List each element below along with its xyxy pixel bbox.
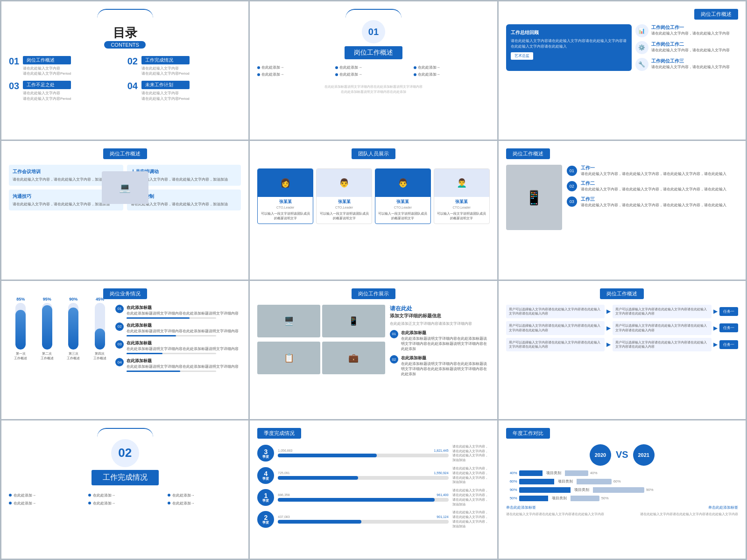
photo-grid-8: 🖥️ 📱 📋 💼 (257, 305, 385, 377)
rli-3: 03 在此添加标题在此处添加标题说明文字详细内容在此处添加标题说明文字详细内容 (115, 340, 241, 354)
slide-bar-4: 岗位工作概述 (103, 148, 147, 159)
desc-right: 请在此处输入文字内容请在此处输入文字内容请在此处输入文字内容 (634, 512, 738, 517)
work-icon-1: 📊 (635, 24, 648, 37)
quarter-circle-4: 4 季度 (257, 467, 274, 484)
check-4: 在此处添加→ (257, 72, 333, 77)
check-10-1: 在此处添加→ (9, 493, 83, 498)
menu-num-4: 04 (127, 81, 139, 91)
compare-row-2: 60% 项目类别 60% (506, 479, 738, 484)
flow-row-2: 用户可以选择输入文字内容请在此处输入文字内容请在此处输入文字内容请在此处输入内容… (506, 321, 738, 335)
four-box: 工作会议培训 请在此处输入文字内容，请在此处输入文字内容，加油加油 人员安排调动… (9, 165, 241, 210)
team-card-3: 👨 张某某 CTO,Leader 可以输入一段文字说明该团队成员的概要说明文字 (375, 168, 431, 224)
slide-job-overview-center: 01 岗位工作概述 在此处添加→ 在此处添加→ 在此处添加→ 在此处添加→ 在此… (250, 1, 497, 140)
flow-label-2: 任务一 (719, 323, 738, 332)
note-left[interactable]: 单击此处添加标签 (506, 505, 536, 510)
flow-label-1: 任务一 (719, 307, 738, 316)
work-icon-2: ⚙️ (635, 41, 648, 54)
note-right[interactable]: 单击此处添加标签 (708, 505, 738, 510)
check-5: 在此处添加→ (335, 72, 411, 77)
slide-bar-9: 岗位工作概述 (600, 288, 644, 299)
menu-item-1: 01 岗位工作概述 请在此处输入文字内容请在此处输入文字内容Period (9, 56, 123, 76)
menu-label-4: 未来工作计划 (141, 81, 190, 89)
slide-bar-12: 年度工作对比 (506, 428, 550, 439)
work-icon-3: 🔧 (635, 58, 648, 71)
photo-3: 📋 (257, 342, 320, 374)
slide-business-status: 岗位业务情况 85% 第一次工作概述 95% 第二次工作概述 90% (1, 281, 248, 419)
check-10-4: 在此处添加→ (9, 501, 83, 506)
menu-desc-4: 请在此处输入文字内容请在此处输入文字内容Period (141, 91, 190, 101)
quarter-circle-2: 2 季度 (257, 511, 274, 528)
menu-desc-1: 请在此处输入文字内容请在此处输入文字内容Period (23, 66, 71, 76)
slide-work-completion: 02 工作完成情况 在此处添加→ 在此处添加→ 在此处添加→ 在此处添加→ 在此… (1, 420, 248, 559)
blue-summary-card: 工作总结回顾 请在此处输入文字内容请在此处输入文字内容请在此处输入文字内容请在此… (506, 24, 632, 71)
team-photo-2: 👨 (317, 169, 372, 197)
compare-label-1: 项目类别 (544, 470, 563, 476)
right-item-list: 01 在此添加标题在此处添加标题说明文字详细内容在此处添加标题说明文字详细内容 … (115, 305, 241, 372)
card-title: 工作总结回顾 (511, 29, 627, 36)
flow-box-left-1: 用户可以选择输入文字内容请在此处输入文字内容请在此处输入文字内容请在此处输入内容 (506, 305, 605, 319)
flow-box-right-2: 用户可以选择输入文字内容请在此处输入文字内容请在此处输入文字内容请在此处输入内容 (613, 321, 712, 335)
bar-4: 45% 第四次工作概述 (88, 297, 112, 361)
bar-right-1 (565, 470, 588, 476)
decoration-arc-10 (97, 428, 153, 437)
top-bar-3: 岗位工作概述 (694, 9, 738, 20)
quarter-desc-2: 请在此处输入文字内容，请在此处输入文字内容，请在此处输入文字内容，加油加油 (452, 510, 490, 528)
rli-1: 01 在此添加标题在此处添加标题说明文字详细内容在此处添加标题说明文字详细内容 (115, 305, 241, 319)
menu-label-3: 工作不足之处 (23, 81, 71, 89)
bar-1: 85% 第一次工作概述 (9, 297, 33, 361)
note-row: 单击此处添加标签 单击此处添加标签 (506, 505, 738, 510)
work-row-1: 01 工作一请在此处输入文字内容，请在此处输入文字内容，请在此处输入文字内容，请… (567, 165, 738, 176)
check-1: 在此处添加→ (257, 65, 333, 70)
menu-grid: 01 岗位工作概述 请在此处输入文字内容请在此处输入文字内容Period 02 … (9, 56, 241, 101)
menu-num-1: 01 (9, 56, 20, 67)
section-title-2: 岗位工作概述 (345, 46, 402, 59)
check-6: 在此处添加→ (414, 72, 490, 77)
check-10-5: 在此处添加→ (88, 501, 162, 506)
photo-4: 💼 (322, 342, 385, 374)
flow-row-3: 用户可以选择输入文字内容请在此处输入文字内容请在此处输入文字内容请在此处输入内容… (506, 338, 738, 352)
menu-label-1: 岗位工作概述 (23, 56, 71, 64)
work-row-3: 03 工作三请在此处输入文字内容，请在此处输入文字内容，请在此处输入文字内容，请… (567, 196, 738, 208)
compare-label-4: 项目类别 (550, 496, 569, 501)
section-number: 01 (362, 20, 385, 43)
bar-right-4 (571, 496, 599, 501)
art-button[interactable]: 艺术总监 (511, 52, 533, 60)
team-card-4: 👨‍🦱 张某某 CTO,Leader 可以输入一段文字说明该团队成员的概要说明文… (434, 168, 490, 224)
menu-label-2: 工作完成情况 (141, 56, 190, 64)
quarter-circle-3: 3 季度 (257, 445, 274, 462)
flow-box-left-2: 用户可以选择输入文字内容请在此处输入文字内容请在此处输入文字内容请在此处输入内容 (506, 321, 605, 335)
bar-chart: 85% 第一次工作概述 95% 第二次工作概述 90% 第三次工作概述 (9, 305, 112, 361)
slide-bar-5: 团队人员展示 (352, 148, 395, 159)
menu-num-2: 02 (127, 56, 139, 67)
slide-bar-6: 岗位工作概述 (506, 148, 550, 159)
s8-content: 🖥️ 📱 📋 💼 请在此处 添加文字详细的标题信息 在此处添加正文文字详细内容请… (257, 305, 489, 377)
team-cards: 👩 张某某 CTO,Leader 可以输入一段文字说明该团队成员的概要说明文字 … (257, 168, 489, 224)
quarter-item-4: 4 季度 725,0911,550,924 请在此处输入文字内容，请在此处输入文… (257, 466, 489, 484)
content-row-6: 📱 01 工作一请在此处输入文字内容，请在此处输入文字内容，请在此处输入文字内容… (506, 165, 738, 230)
compare-list: 40% 项目类别 40% 60% 项目类别 60% 90% 项目类别 90% (506, 470, 738, 501)
work-items-right: 📊 工作岗位工作一请在此处输入文字内容，请在此处输入文字内容 ⚙️ 工作岗位工作… (635, 24, 738, 71)
tablet-photo: 📱 (506, 165, 562, 230)
flow-arrow-2: ▶ (713, 308, 718, 315)
num-badge-1: 01 (567, 166, 577, 176)
check-10-2: 在此处添加→ (88, 493, 162, 498)
quarter-item-1: 1 季度 886,358961,400 请在此处输入文字内容，请在此处输入文字内… (257, 488, 489, 506)
slide-quarterly-completion: 季度完成情况 3 季度 1,056,8831,821,445 请在此处输入文字内… (250, 420, 497, 559)
bar-left-2 (519, 479, 554, 484)
team-photo-1: 👩 (258, 169, 313, 197)
menu-item-3: 03 工作不足之处 请在此处输入文字内容请在此处输入文字内容Period (9, 81, 123, 101)
quarter-list: 3 季度 1,056,8831,821,445 请在此处输入文字内容，请在此处输… (257, 444, 489, 529)
menu-desc-3: 请在此处输入文字内容请在此处输入文字内容Period (23, 91, 71, 101)
work-list-6: 01 工作一请在此处输入文字内容，请在此处输入文字内容，请在此处输入文字内容，请… (567, 165, 738, 230)
page-title: 目录 (113, 25, 137, 41)
compare-row-3: 90% 项目类别 90% (506, 487, 738, 493)
compare-row-1: 40% 项目类别 40% (506, 470, 738, 476)
slide-job-tasks: 岗位工作概述 用户可以选择输入文字内容请在此处输入文字内容请在此处输入文字内容请… (499, 281, 746, 419)
desc-row: 请在此处输入文字内容请在此处输入文字内容请在此处输入文字内容 请在此处输入文字内… (506, 512, 738, 517)
bar-left-4 (519, 496, 548, 501)
slide-team-display: 团队人员展示 👩 张某某 CTO,Leader 可以输入一段文字说明该团队成员的… (250, 141, 497, 279)
compare-row-4: 50% 项目类别 50% (506, 496, 738, 501)
bar-right-2 (577, 479, 612, 484)
checklist-10: 在此处添加→ 在此处添加→ 在此处添加→ 在此处添加→ 在此处添加→ 在此处添加… (9, 493, 241, 506)
decoration-arc (97, 9, 153, 18)
